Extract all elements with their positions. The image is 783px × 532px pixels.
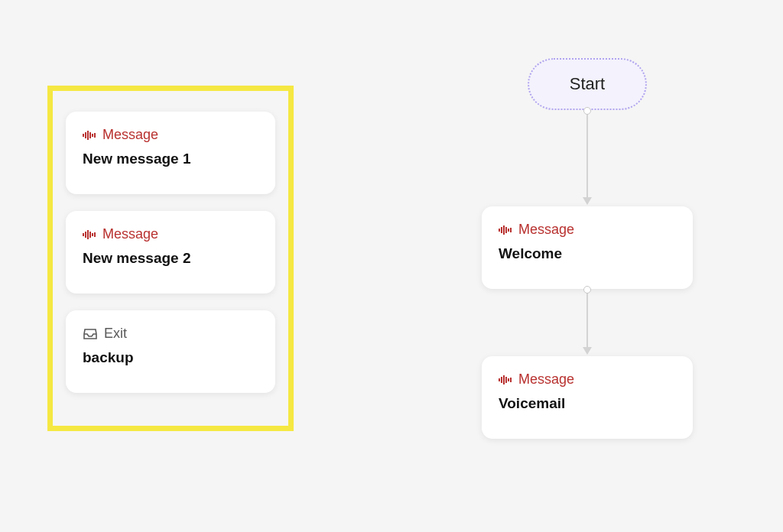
svg-rect-10 (92, 233, 93, 236)
card-type-label: Exit (104, 326, 127, 342)
svg-rect-6 (83, 233, 84, 236)
card-title: Welcome (499, 245, 676, 262)
connector-line (586, 294, 588, 347)
card-header: Message (499, 222, 676, 238)
flow-node-voicemail[interactable]: Message Voicemail (482, 356, 693, 439)
start-label: Start (570, 74, 605, 94)
svg-rect-15 (505, 227, 507, 233)
card-title: backup (83, 349, 258, 366)
arrow-head-icon (583, 347, 592, 355)
svg-rect-11 (94, 232, 96, 237)
card-title: New message 2 (83, 250, 258, 267)
connector-line (586, 115, 588, 197)
svg-rect-23 (510, 378, 512, 382)
svg-rect-22 (508, 378, 509, 381)
palette-card-exit[interactable]: Exit backup (66, 310, 275, 393)
arrow-head-icon (583, 197, 592, 205)
connector-port[interactable] (583, 107, 591, 115)
card-header: Exit (83, 326, 258, 342)
svg-rect-20 (503, 375, 505, 384)
svg-rect-12 (499, 229, 500, 232)
svg-rect-17 (510, 228, 512, 232)
svg-rect-8 (87, 230, 89, 239)
palette-card-message-2[interactable]: Message New message 2 (66, 211, 275, 294)
audio-wave-icon (83, 229, 96, 240)
card-type-label: Message (102, 127, 158, 143)
flow-node-welcome[interactable]: Message Welcome (482, 206, 693, 289)
svg-rect-3 (89, 132, 91, 138)
svg-rect-5 (94, 133, 96, 138)
svg-rect-16 (508, 229, 509, 232)
svg-rect-7 (85, 232, 86, 238)
card-title: Voicemail (499, 395, 676, 412)
card-type-label: Message (518, 222, 574, 238)
svg-rect-0 (83, 134, 84, 137)
svg-rect-18 (499, 378, 500, 381)
card-header: Message (83, 226, 258, 242)
start-node[interactable]: Start (528, 58, 647, 110)
svg-rect-13 (501, 227, 502, 233)
inbox-icon (83, 328, 98, 340)
svg-rect-4 (92, 134, 93, 137)
audio-wave-icon (499, 375, 512, 385)
card-type-label: Message (102, 226, 158, 242)
svg-rect-2 (87, 131, 89, 140)
audio-wave-icon (83, 130, 96, 141)
svg-rect-1 (85, 132, 86, 138)
svg-rect-9 (89, 232, 91, 238)
audio-wave-icon (499, 225, 512, 235)
palette-card-message-1[interactable]: Message New message 1 (66, 112, 275, 194)
card-header: Message (499, 371, 676, 388)
card-header: Message (83, 127, 258, 143)
connector-port[interactable] (583, 286, 591, 294)
svg-rect-19 (501, 377, 502, 383)
card-title: New message 1 (83, 151, 258, 167)
svg-rect-21 (505, 377, 507, 383)
card-type-label: Message (518, 371, 574, 388)
svg-rect-14 (503, 225, 505, 235)
